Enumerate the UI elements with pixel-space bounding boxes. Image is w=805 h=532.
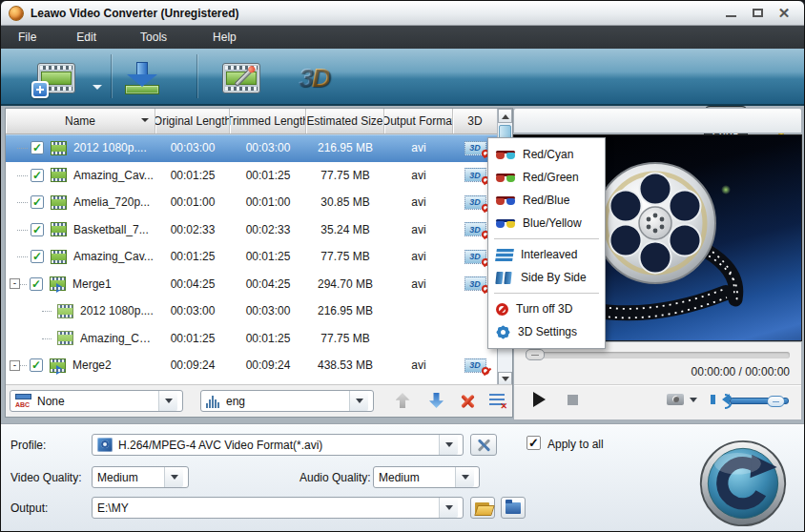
tree-line [6, 243, 31, 271]
3d-status-icon[interactable]: 3D [464, 141, 486, 155]
audio-dropdown-arrow[interactable] [349, 391, 368, 411]
remove-file-button[interactable] [458, 391, 477, 410]
scroll-up-button[interactable] [498, 109, 512, 123]
output-dropdown-arrow[interactable] [439, 498, 458, 518]
mute-button[interactable] [716, 392, 730, 405]
menu-file[interactable]: File [9, 27, 46, 48]
table-row[interactable]: 2012 1080p....00:03:0000:03:00216.95 MB [6, 297, 512, 325]
row-checkbox[interactable]: ✓ [31, 195, 44, 209]
table-row[interactable]: ✓Basketball_7...00:02:3300:02:3335.24 MB… [6, 216, 512, 244]
table-row[interactable]: ✓2012 1080p....00:03:0000:03:00216.95 MB… [6, 134, 512, 162]
move-up-button[interactable] [393, 391, 412, 410]
menu-edit[interactable]: Edit [67, 27, 106, 48]
close-button[interactable]: ✕ [775, 6, 793, 21]
row-checkbox[interactable]: ✓ [31, 223, 44, 236]
volume-slider[interactable] [730, 398, 789, 404]
estimated-size-cell: 77.75 MB [306, 243, 384, 271]
menu-item-red-green[interactable]: Red/Green [488, 166, 605, 189]
3d-status-icon[interactable]: 3D [464, 276, 486, 291]
row-checkbox[interactable]: ✓ [30, 358, 43, 372]
profile-select[interactable]: H.264/MPEG-4 AVC Video Format(*.avi) [92, 434, 464, 456]
menu-item-interleaved[interactable]: Interleaved [488, 243, 605, 266]
toolbar: 3D nvidia CUDA [1, 49, 804, 106]
menu-item-red-blue[interactable]: Red/Blue [488, 189, 605, 212]
menu-item-turn-off-3d[interactable]: Turn off 3D [488, 297, 605, 320]
clear-list-button[interactable] [487, 391, 506, 410]
table-row[interactable]: ✓Amazing_Cav...00:01:2500:01:2577.75 MBa… [6, 243, 512, 271]
open-folder-button[interactable] [501, 497, 526, 519]
audio-quality-dropdown-arrow[interactable] [455, 467, 474, 487]
output-path-input[interactable]: E:\MY [92, 497, 464, 519]
table-row[interactable]: ✓Amazing_Cav...00:01:2500:01:2577.75 MBa… [6, 162, 512, 190]
merge-file-icon [50, 358, 66, 373]
play-button[interactable] [533, 392, 553, 407]
video-quality-dropdown-arrow[interactable] [164, 467, 183, 487]
tree-line [6, 216, 31, 244]
estimated-size-cell: 77.75 MB [306, 325, 384, 353]
stop-button[interactable] [568, 392, 578, 405]
seek-handle[interactable] [526, 349, 545, 360]
column-header-3d[interactable]: 3D [453, 109, 497, 133]
table-row[interactable]: ✓Amelia_720p...00:01:0000:01:0030.85 MBa… [6, 189, 512, 216]
stop-icon [568, 395, 578, 405]
seek-bar[interactable] [526, 352, 790, 358]
trimmed-length-cell: 00:02:33 [230, 216, 306, 244]
menu-tools[interactable]: Tools [131, 27, 176, 48]
download-video-button[interactable] [117, 58, 167, 98]
add-video-button[interactable] [31, 58, 81, 98]
volume-handle[interactable] [767, 396, 785, 407]
column-header-trimmed-length[interactable]: Trimmed Length [230, 109, 306, 133]
table-row[interactable]: -✓Merge200:09:2400:09:24438.53 MBavi3D [6, 352, 512, 379]
table-row[interactable]: -✓Merge100:04:2500:04:25294.70 MBavi3D [6, 271, 512, 298]
menu-help[interactable]: Help [203, 27, 246, 48]
3d-status-icon[interactable]: 3D [464, 222, 486, 236]
collapse-toggle[interactable]: - [10, 360, 20, 371]
edit-icon [222, 63, 260, 93]
video-quality-label: Video Quality: [10, 471, 82, 484]
3d-movie-button[interactable]: 3D [289, 58, 339, 98]
subtitle-select[interactable]: ABC None [10, 390, 183, 412]
column-header-estimated-size[interactable]: Estimated Size [306, 109, 384, 133]
snapshot-button[interactable] [667, 392, 684, 405]
column-header-original-length[interactable]: Original Length [155, 109, 230, 133]
row-checkbox[interactable]: ✓ [31, 250, 44, 263]
move-down-button[interactable] [426, 391, 445, 410]
column-header-name[interactable]: Name [6, 109, 155, 133]
row-checkbox[interactable]: ✓ [31, 141, 44, 154]
table-row[interactable]: Amazing_Cav...00:01:2500:01:2577.75 MB [6, 325, 512, 353]
3d-status-icon[interactable]: 3D [464, 250, 486, 264]
trimmed-length-cell: 00:01:25 [230, 243, 306, 271]
edit-video-button[interactable] [217, 58, 266, 98]
audio-quality-select[interactable]: Medium [373, 466, 480, 488]
column-header-output-format[interactable]: Output Format [384, 109, 453, 133]
3d-status-icon[interactable]: 3D [464, 358, 486, 373]
3d-status-icon[interactable]: 3D [464, 195, 486, 210]
snapshot-dropdown[interactable] [690, 392, 697, 406]
audio-track-select[interactable]: eng [200, 390, 374, 412]
video-file-icon [51, 141, 67, 155]
profile-dropdown-arrow[interactable] [439, 435, 458, 455]
red-blue-glasses-icon [496, 195, 515, 206]
apply-to-all-checkbox[interactable]: ✓ [526, 436, 541, 450]
minimize-button[interactable] [722, 6, 739, 21]
subtitle-dropdown-arrow[interactable] [158, 391, 177, 411]
3d-status-icon[interactable]: 3D [464, 168, 486, 182]
profile-settings-button[interactable] [470, 434, 497, 456]
browse-output-button[interactable] [470, 497, 495, 519]
menu-item-side-by-side[interactable]: Side By Side [488, 266, 605, 289]
menu-item-3d-settings[interactable]: 3D Settings [488, 320, 605, 343]
menu-item-blue-yellow[interactable]: Blue/Yellow [488, 212, 605, 235]
convert-button[interactable] [698, 439, 788, 528]
add-video-dropdown-caret[interactable] [93, 85, 102, 94]
video-quality-select[interactable]: Medium [92, 466, 189, 488]
original-length-cell: 00:03:00 [155, 297, 230, 325]
maximize-button[interactable] [749, 6, 766, 21]
trimmed-length-cell: 00:03:00 [230, 134, 306, 162]
gear-icon [496, 325, 510, 339]
light-flare [721, 185, 731, 194]
subtitle-icon: ABC [15, 394, 31, 408]
row-checkbox[interactable]: ✓ [31, 169, 44, 182]
collapse-toggle[interactable]: - [10, 278, 20, 289]
menu-item-red-cyan[interactable]: Red/Cyan [488, 143, 605, 166]
row-checkbox[interactable]: ✓ [30, 277, 43, 291]
